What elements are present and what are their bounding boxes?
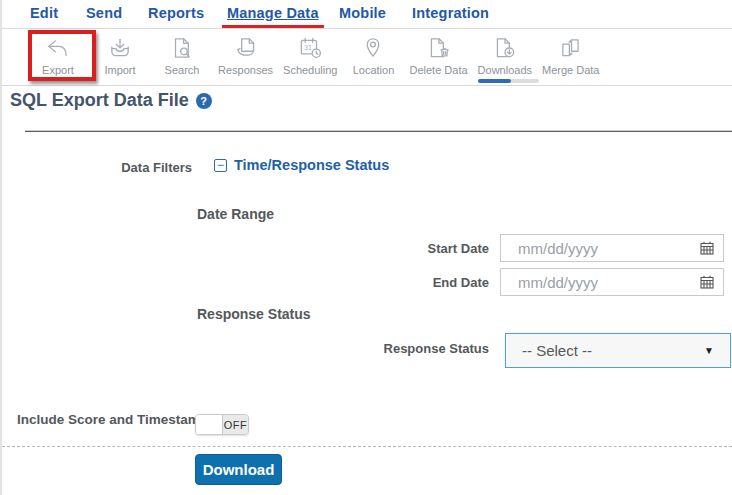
include-score-label: Include Score and Timestamp: [17, 412, 208, 427]
import-icon: [107, 35, 133, 61]
red-underline-annotation: [222, 25, 324, 28]
nav-item-integration[interactable]: Integration: [412, 5, 489, 21]
nav-item-reports[interactable]: Reports: [148, 5, 204, 21]
include-score-toggle[interactable]: OFF: [195, 414, 249, 435]
toolbar-scrollbar-track[interactable]: [478, 79, 539, 83]
filter-group-toggle[interactable]: − Time/Response Status: [214, 157, 389, 173]
collapse-icon[interactable]: −: [214, 159, 227, 172]
chevron-down-icon: ▼: [704, 345, 714, 356]
calendar-icon[interactable]: [699, 240, 715, 256]
delete-data-icon: [426, 35, 452, 61]
calendar-clock-icon: 31: [297, 35, 323, 61]
response-status-selected-value: -- Select --: [522, 342, 592, 359]
title-divider: [25, 130, 732, 132]
date-range-heading: Date Range: [197, 206, 274, 222]
toolbar-item-search[interactable]: Search: [156, 35, 208, 76]
page-title-row: SQL Export Data File ?: [10, 90, 212, 111]
filter-group-label: Time/Response Status: [234, 157, 389, 173]
response-status-label: Response Status: [2, 341, 489, 356]
toolbar-item-label: Delete Data: [409, 64, 467, 76]
nav-item-mobile[interactable]: Mobile: [339, 5, 386, 21]
sql-export-page: Edit Send Reports Manage Data Mobile Int…: [0, 0, 732, 495]
toolbar-item-merge-data[interactable]: Merge Data: [542, 35, 599, 76]
help-icon[interactable]: ?: [196, 93, 212, 109]
toolbar-item-import[interactable]: Import: [94, 35, 146, 76]
toolbar-item-label: Search: [165, 64, 200, 76]
end-date-input[interactable]: [500, 268, 724, 296]
response-status-heading: Response Status: [197, 306, 311, 322]
toolbar-item-label: Export: [42, 64, 74, 76]
toolbar-item-delete-data[interactable]: Delete Data: [409, 35, 467, 76]
toolbar-item-location[interactable]: Location: [347, 35, 399, 76]
toolbar-item-label: Location: [353, 64, 395, 76]
dashed-divider: [2, 446, 732, 447]
nav-item-manage-data-label: Manage Data: [227, 5, 319, 21]
map-pin-icon: [360, 35, 386, 61]
downloads-icon: [492, 35, 518, 61]
start-date-label: Start Date: [2, 241, 489, 256]
toolbar-item-label: Scheduling: [283, 64, 337, 76]
manage-data-toolbar: Export Import Search Responses: [2, 29, 732, 86]
nav-item-manage-data[interactable]: Manage Data: [227, 5, 319, 21]
calendar-icon[interactable]: [699, 274, 715, 290]
top-nav: Edit Send Reports Manage Data Mobile Int…: [2, 0, 732, 29]
page-title: SQL Export Data File: [10, 90, 189, 111]
nav-item-edit[interactable]: Edit: [30, 5, 58, 21]
start-date-input[interactable]: [500, 234, 724, 262]
toggle-state-label: OFF: [223, 415, 248, 434]
end-date-label: End Date: [2, 275, 489, 290]
toolbar-item-export[interactable]: Export: [32, 35, 84, 76]
toolbar-item-scheduling[interactable]: 31 Scheduling: [283, 35, 337, 76]
response-status-select[interactable]: -- Select -- ▼: [505, 333, 731, 368]
search-icon: [169, 35, 195, 61]
export-icon: [45, 35, 71, 61]
responses-icon: [233, 35, 259, 61]
toolbar-item-label: Import: [104, 64, 135, 76]
toolbar-scrollbar-thumb[interactable]: [478, 79, 511, 83]
data-filters-label: Data Filters: [2, 160, 192, 175]
toolbar-item-downloads[interactable]: Downloads: [478, 35, 532, 76]
nav-item-send[interactable]: Send: [86, 5, 122, 21]
toolbar-item-label: Downloads: [478, 64, 532, 76]
toolbar-item-label: Responses: [218, 64, 273, 76]
merge-data-icon: [558, 35, 584, 61]
toolbar-item-label: Merge Data: [542, 64, 599, 76]
toolbar-item-responses[interactable]: Responses: [218, 35, 273, 76]
download-button[interactable]: Download: [195, 454, 282, 485]
calendar-day-badge: 31: [304, 44, 312, 51]
toggle-knob[interactable]: [196, 415, 223, 434]
